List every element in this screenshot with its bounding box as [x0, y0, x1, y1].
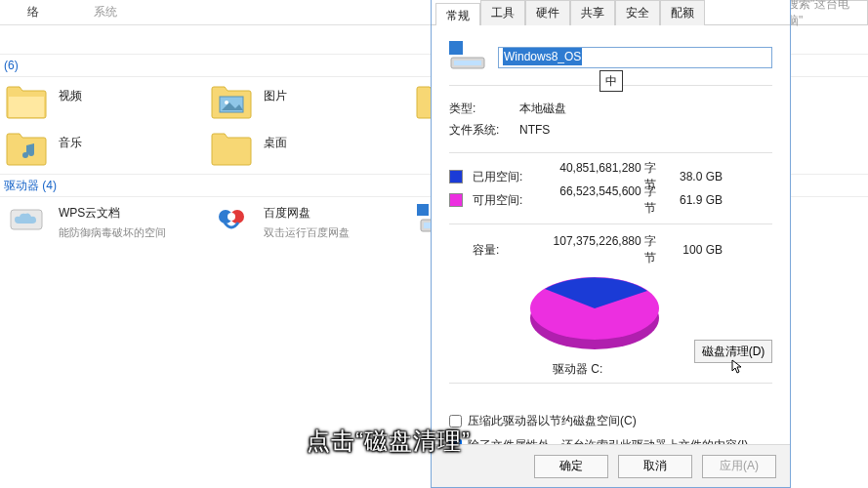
free-swatch-icon	[449, 193, 463, 207]
disk-usage-pie-chart	[521, 269, 668, 355]
free-bytes: 66,523,545,600 字节	[549, 183, 672, 217]
folder-icon	[209, 131, 254, 168]
used-swatch-icon	[449, 170, 463, 183]
svg-rect-11	[454, 61, 481, 65]
breadcrumb-fragment[interactable]: 络	[0, 4, 66, 20]
folder-item-desktop[interactable]: 桌面	[205, 129, 410, 170]
filesystem-label: 文件系统:	[449, 122, 519, 139]
free-gb: 61.9 GB	[672, 193, 723, 207]
pie-drive-label: 驱动器 C:	[553, 361, 602, 378]
type-label: 类型:	[449, 101, 519, 117]
filesystem-value: NTFS	[519, 123, 550, 137]
folder-icon	[4, 84, 49, 121]
folder-label: 图片	[264, 88, 287, 104]
wps-cloud-icon	[4, 201, 49, 238]
folders-count: (6)	[4, 59, 19, 72]
capacity-row: 容量: 107,375,226,880 字节 100 GB	[449, 236, 772, 264]
ok-button[interactable]: 确定	[534, 455, 608, 478]
compress-checkbox-row[interactable]: 压缩此驱动器以节约磁盘空间(C)	[449, 413, 772, 429]
drive-label: WPS云文档	[59, 205, 166, 222]
search-placeholder: 搜索"这台电脑"	[787, 0, 861, 29]
tab-sharing[interactable]: 共享	[570, 0, 615, 25]
used-label: 已用空间:	[473, 169, 549, 185]
capacity-label: 容量:	[473, 242, 549, 259]
tab-hardware[interactable]: 硬件	[525, 0, 570, 25]
windows-drive-icon	[449, 41, 486, 73]
drive-name-value: Windows8_OS	[503, 48, 582, 65]
folder-item-pictures[interactable]: 图片	[205, 82, 410, 123]
free-label: 可用空间:	[473, 192, 549, 209]
drives-count: 驱动器 (4)	[4, 178, 57, 194]
dialog-footer: 确定 取消 应用(A)	[432, 444, 790, 487]
folder-item-music[interactable]: 音乐	[0, 129, 205, 170]
tab-tools[interactable]: 工具	[480, 0, 525, 25]
drive-name-input[interactable]: Windows8_OS	[498, 47, 772, 68]
tab-security[interactable]: 安全	[615, 0, 660, 25]
svg-rect-6	[417, 204, 429, 216]
folder-item-videos[interactable]: 视频	[0, 82, 205, 123]
ime-indicator[interactable]: 中	[599, 70, 623, 92]
baidu-netdisk-icon	[209, 201, 254, 238]
drive-item-baidu[interactable]: 百度网盘 双击运行百度网盘	[205, 199, 410, 242]
svg-point-1	[225, 101, 228, 104]
filesystem-row: 文件系统: NTFS	[449, 119, 772, 141]
tutorial-subtitle: 点击“磁盘清理”	[307, 426, 471, 457]
folder-label: 桌面	[264, 135, 287, 151]
properties-tabstrip: 常规 工具 硬件 共享 安全 配额	[432, 0, 790, 25]
drive-item-wps[interactable]: WPS云文档 能防御病毒破坏的空间	[0, 199, 205, 242]
tab-quota[interactable]: 配额	[660, 0, 705, 25]
tab-general[interactable]: 常规	[435, 3, 480, 25]
drive-label: 百度网盘	[264, 205, 350, 222]
svg-rect-9	[449, 41, 463, 55]
free-space-row: 可用空间: 66,523,545,600 字节 61.9 GB	[449, 188, 772, 212]
compress-label: 压缩此驱动器以节约磁盘空间(C)	[468, 413, 637, 429]
type-row: 类型: 本地磁盘	[449, 98, 772, 119]
drive-sublabel: 双击运行百度网盘	[264, 225, 350, 240]
capacity-gb: 100 GB	[672, 243, 723, 257]
folder-icon	[4, 131, 49, 168]
search-input[interactable]: 搜索"这台电脑"	[780, 0, 868, 25]
folder-icon	[209, 84, 254, 121]
used-gb: 38.0 GB	[672, 170, 723, 183]
folder-label: 音乐	[59, 135, 82, 151]
drive-sublabel: 能防御病毒破坏的空间	[59, 225, 166, 240]
folder-label: 视频	[59, 88, 82, 104]
capacity-bytes: 107,375,226,880 字节	[549, 233, 672, 266]
cancel-button[interactable]: 取消	[618, 455, 692, 478]
type-value: 本地磁盘	[519, 101, 566, 117]
svg-point-5	[227, 213, 235, 221]
disk-cleanup-button[interactable]: 磁盘清理(D)	[694, 340, 772, 363]
apply-button[interactable]: 应用(A)	[702, 455, 776, 478]
breadcrumb-fragment[interactable]: 系统	[66, 4, 145, 20]
